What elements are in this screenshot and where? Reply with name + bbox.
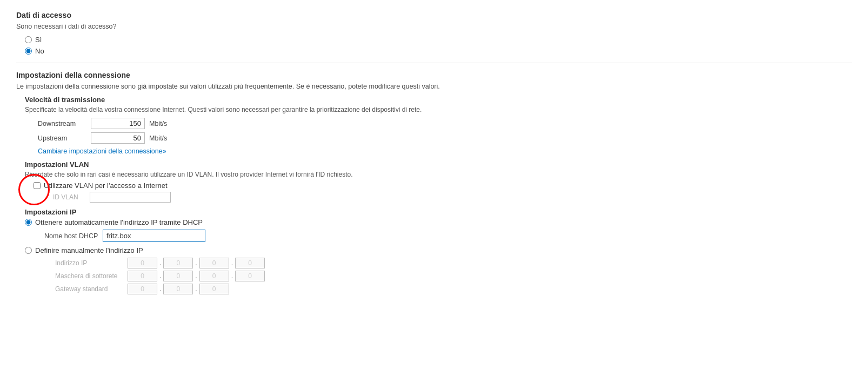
vlan-id-row: ID VLAN [53,192,852,203]
upstream-unit: Mbit/s [149,135,167,142]
vlan-content: Ricordate che solo in rari casi è necess… [25,171,852,203]
gateway-row: Gateway standard . . [55,284,852,294]
dhcp-radio-row[interactable]: Ottenere automaticamente l'indirizzo IP … [25,218,852,226]
downstream-unit: Mbit/s [149,120,167,127]
dhcp-host-input[interactable] [103,230,205,242]
subnet-octet-4[interactable] [235,271,265,281]
change-connection-link[interactable]: Cambiare impostazioni della connessione» [38,147,166,155]
vlan-title: Impostazioni VLAN [25,160,852,169]
connection-settings-section: Impostazioni della connessione Le impost… [16,71,852,294]
vlan-subsection: Impostazioni VLAN Ricordate che solo in … [16,160,852,203]
vlan-id-label: ID VLAN [53,193,85,201]
subnet-octet-3[interactable] [199,271,229,281]
gateway-octet-1[interactable] [128,284,157,294]
ip-title: Impostazioni IP [25,208,852,216]
ip-octet-1[interactable] [128,258,157,268]
connection-settings-desc: Le impostazioni della connessione sono g… [16,83,852,90]
ip-address-label: Indirizzo IP [55,259,125,267]
subnet-dot-2: . [195,272,197,280]
ip-dot-2: . [195,259,197,267]
dhcp-label: Ottenere automaticamente l'indirizzo IP … [35,218,203,226]
subnet-label: Maschera di sottorete [55,272,125,280]
ip-octet-3[interactable] [199,258,229,268]
dhcp-radio[interactable] [25,219,32,226]
subnet-row: Maschera di sottorete . . . [55,271,852,281]
subnet-octet-1[interactable] [128,271,157,281]
radio-no[interactable]: No [25,47,852,55]
downstream-input[interactable] [91,118,145,129]
upstream-input[interactable] [91,132,145,144]
ip-dot-3: . [231,259,233,267]
upstream-row: Upstream Mbit/s [38,132,852,144]
dhcp-host-row: Nome host DHCP [44,230,852,242]
gateway-octet-2[interactable] [163,284,193,294]
vlan-id-input[interactable] [90,192,171,203]
speed-subsection: Velocità di trasmissione Specificate la … [16,96,852,144]
ip-subsection: Impostazioni IP Ottenere automaticamente… [16,208,852,294]
vlan-checkbox-label[interactable]: Utilizzare VLAN per l'accesso a Internet [44,182,168,190]
upstream-label: Upstream [38,135,86,142]
speed-desc: Specificate la velocità della vostra con… [25,106,852,113]
manual-ip-radio[interactable] [25,247,32,254]
subnet-dot-3: . [231,272,233,280]
subnet-dot-1: . [159,272,161,280]
connection-settings-title: Impostazioni della connessione [16,71,852,79]
ip-octet-2[interactable] [163,258,193,268]
gateway-label: Gateway standard [55,285,125,293]
speed-title: Velocità di trasmissione [25,96,852,104]
manual-ip-label: Definire manualmente l'indirizzo IP [35,246,143,254]
downstream-label: Downstream [38,120,86,127]
ip-content: Ottenere automaticamente l'indirizzo IP … [25,218,852,294]
vlan-checkbox-row: Utilizzare VLAN per l'accesso a Internet [34,182,852,190]
vlan-desc: Ricordate che solo in rari casi è necess… [25,171,852,178]
ip-octet-4[interactable] [235,258,265,268]
radio-si-label: Sì [35,36,42,44]
ip-dot-1: . [159,259,161,267]
vlan-checkbox[interactable] [34,182,41,189]
gateway-dot-1: . [159,285,161,293]
subnet-octet-2[interactable] [163,271,193,281]
gateway-dot-2: . [195,285,197,293]
gateway-octet-3[interactable] [199,284,229,294]
access-data-section: Dati di accesso Sono necessari i dati di… [16,11,852,55]
manual-ip-radio-row[interactable]: Definire manualmente l'indirizzo IP [25,246,852,254]
access-data-question: Sono necessari i dati di accesso? [16,23,852,30]
dhcp-host-label: Nome host DHCP [44,232,98,240]
access-data-title: Dati di accesso [16,11,852,19]
red-circle-annotation [18,174,50,205]
divider-1 [16,63,852,63]
radio-si-input[interactable] [25,36,32,43]
radio-no-label: No [35,47,44,55]
access-data-radio-group: Sì No [25,36,852,55]
downstream-row: Downstream Mbit/s [38,118,852,129]
radio-si[interactable]: Sì [25,36,852,44]
radio-no-input[interactable] [25,48,32,55]
ip-address-row: Indirizzo IP . . . [55,258,852,268]
